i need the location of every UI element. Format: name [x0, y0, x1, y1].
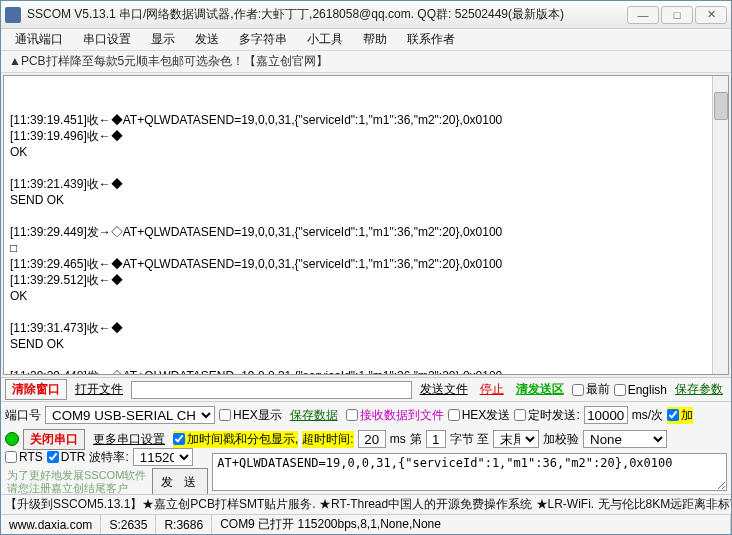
log-line: [11:39:19.496]收←◆	[10, 128, 722, 144]
open-file-button[interactable]: 打开文件	[71, 380, 127, 399]
timestamp-checkbox[interactable]: 加时间戳和分包显示,	[173, 431, 298, 448]
footer-links[interactable]: 【升级到SSCOM5.13.1】★嘉立创PCB打样SMT贴片服务. ★RT-Th…	[1, 494, 731, 514]
status-recv: R:3686	[156, 515, 212, 534]
status-led-icon	[5, 432, 19, 446]
tip-line1: 为了更好地发展SSCOM软件	[7, 469, 146, 482]
clear-send-button[interactable]: 清发送区	[512, 380, 568, 399]
status-sent: S:2635	[101, 515, 156, 534]
file-path-input[interactable]	[131, 381, 412, 399]
dtr-checkbox[interactable]: DTR	[47, 450, 86, 464]
log-line	[10, 160, 722, 176]
menu-contact[interactable]: 联系作者	[399, 29, 463, 50]
close-port-button[interactable]: 关闭串口	[23, 429, 85, 450]
nth-label: 第	[410, 431, 422, 448]
app-window: SSCOM V5.13.1 串口/网络数据调试器,作者:大虾丁丁,2618058…	[0, 0, 732, 535]
stop-button[interactable]: 停止	[476, 380, 508, 399]
save-params-button[interactable]: 保存参数	[671, 380, 727, 399]
recv-to-file-checkbox[interactable]: 接收数据到文件	[346, 407, 444, 424]
promo-bar[interactable]: ▲PCB打样降至每款5元顺丰包邮可选杂色！【嘉立创官网】	[1, 51, 731, 73]
status-site[interactable]: www.daxia.com	[1, 515, 101, 534]
menu-send[interactable]: 发送	[187, 29, 227, 50]
hex-send-checkbox[interactable]: HEX发送	[448, 407, 511, 424]
end-select[interactable]: 末尾	[493, 430, 539, 448]
status-connection: COM9 已打开 115200bps,8,1,None,None	[212, 515, 731, 534]
close-button[interactable]: ✕	[695, 6, 727, 24]
scroll-thumb[interactable]	[714, 92, 728, 120]
timed-send-checkbox[interactable]: 定时发送:	[514, 407, 579, 424]
send-button[interactable]: 发 送	[152, 468, 208, 496]
menu-help[interactable]: 帮助	[355, 29, 395, 50]
checksum-select[interactable]: None	[583, 430, 667, 448]
status-bar: www.daxia.com S:2635 R:3686 COM9 已打开 115…	[1, 514, 731, 534]
log-line: OK	[10, 288, 722, 304]
minimize-button[interactable]: —	[627, 6, 659, 24]
log-line: [11:39:39.448]发→◇AT+QLWDATASEND=19,0,0,3…	[10, 368, 722, 375]
settings-panel: 端口号 COM9 USB-SERIAL CH340 HEX显示 保存数据 接收数…	[1, 401, 731, 494]
port-select[interactable]: COM9 USB-SERIAL CH340	[45, 406, 215, 424]
checksum-label: 加校验	[543, 431, 579, 448]
timeout-label: 超时时间:	[302, 431, 353, 448]
baud-select[interactable]: 115200	[133, 448, 193, 466]
log-line	[10, 208, 722, 224]
log-line	[10, 304, 722, 320]
more-settings-button[interactable]: 更多串口设置	[89, 430, 169, 449]
send-file-button[interactable]: 发送文件	[416, 380, 472, 399]
nth-input[interactable]	[426, 430, 446, 448]
english-checkbox[interactable]: English	[614, 383, 667, 397]
log-output[interactable]: [11:39:19.451]收←◆AT+QLWDATASEND=19,0,0,3…	[3, 75, 729, 375]
log-line: OK	[10, 144, 722, 160]
timeout-input[interactable]	[358, 430, 386, 448]
add-cr-checkbox[interactable]: 加	[667, 407, 693, 424]
period-input[interactable]	[584, 406, 628, 424]
log-line: [11:39:31.473]收←◆	[10, 320, 722, 336]
log-line: □	[10, 240, 722, 256]
byte-label: 字节 至	[450, 431, 489, 448]
log-line: SEND OK	[10, 336, 722, 352]
menu-tools[interactable]: 小工具	[299, 29, 351, 50]
period-unit: ms/次	[632, 407, 663, 424]
app-icon	[5, 7, 21, 23]
timeout-unit: ms	[390, 432, 406, 446]
menu-serial-settings[interactable]: 串口设置	[75, 29, 139, 50]
log-line: [11:39:29.465]收←◆AT+QLWDATASEND=19,0,0,3…	[10, 256, 722, 272]
log-line: [11:39:29.512]收←◆	[10, 272, 722, 288]
log-line: [11:39:21.439]收←◆	[10, 176, 722, 192]
menu-multistring[interactable]: 多字符串	[231, 29, 295, 50]
titlebar: SSCOM V5.13.1 串口/网络数据调试器,作者:大虾丁丁,2618058…	[1, 1, 731, 29]
log-line: SEND OK	[10, 192, 722, 208]
log-line	[10, 352, 722, 368]
save-data-button[interactable]: 保存数据	[286, 406, 342, 425]
rts-checkbox[interactable]: RTS	[5, 450, 43, 464]
toolbar: 清除窗口 打开文件 发送文件 停止 清发送区 最前 English 保存参数	[1, 377, 731, 401]
port-label: 端口号	[5, 407, 41, 424]
log-line: [11:39:19.451]收←◆AT+QLWDATASEND=19,0,0,3…	[10, 112, 722, 128]
menubar: 通讯端口 串口设置 显示 发送 多字符串 小工具 帮助 联系作者	[1, 29, 731, 51]
menu-port[interactable]: 通讯端口	[7, 29, 71, 50]
menu-display[interactable]: 显示	[143, 29, 183, 50]
hex-show-checkbox[interactable]: HEX显示	[219, 407, 282, 424]
send-input[interactable]	[212, 453, 727, 491]
front-checkbox[interactable]: 最前	[572, 381, 610, 398]
log-scrollbar[interactable]	[712, 76, 728, 374]
baud-label: 波特率:	[89, 449, 128, 466]
maximize-button[interactable]: □	[661, 6, 693, 24]
log-line: [11:39:29.449]发→◇AT+QLWDATASEND=19,0,0,3…	[10, 224, 722, 240]
clear-window-button[interactable]: 清除窗口	[5, 379, 67, 400]
window-title: SSCOM V5.13.1 串口/网络数据调试器,作者:大虾丁丁,2618058…	[27, 6, 627, 23]
